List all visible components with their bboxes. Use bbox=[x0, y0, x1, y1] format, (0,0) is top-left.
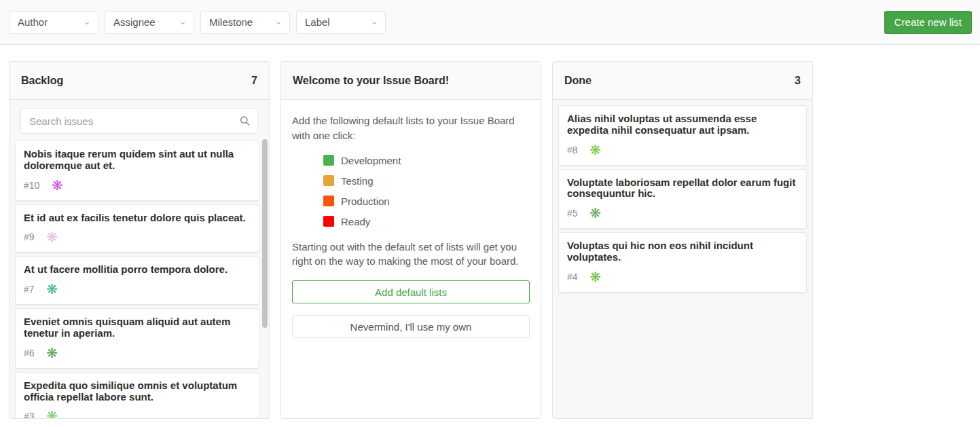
assignee-filter-dropdown[interactable]: Assignee ⌄ bbox=[105, 11, 194, 34]
column-title: Welcome to your Issue Board! bbox=[293, 75, 449, 87]
issue-title: Alias nihil voluptas ut assumenda esse e… bbox=[567, 113, 798, 136]
issue-number: #8 bbox=[567, 145, 578, 155]
label-color-swatch bbox=[323, 175, 334, 186]
welcome-intro-text: Add the following default lists to your … bbox=[292, 113, 530, 143]
label-color-swatch bbox=[323, 155, 334, 166]
default-list-item: Development bbox=[323, 155, 530, 166]
backlog-card-list: Nobis itaque rerum quidem sint aut ut nu… bbox=[10, 135, 269, 418]
issue-title: Voluptate laboriosam repellat dolor earu… bbox=[567, 177, 798, 200]
issue-title: At ut facere mollitia porro tempora dolo… bbox=[24, 264, 251, 276]
chevron-down-icon: ⌄ bbox=[274, 16, 283, 26]
default-list-label: Development bbox=[341, 155, 401, 166]
default-list-label: Production bbox=[341, 196, 390, 207]
welcome-panel-body: Add the following default lists to your … bbox=[281, 100, 541, 349]
issue-meta: #5 ❋ bbox=[567, 206, 798, 221]
assignee-avatar[interactable]: ❋ bbox=[588, 270, 603, 284]
welcome-outro-text: Starting out with the default set of lis… bbox=[292, 240, 530, 270]
chevron-down-icon: ⌄ bbox=[179, 16, 187, 26]
column-title: Done bbox=[564, 75, 592, 87]
issue-card[interactable]: Voluptas qui hic non eos nihil incidunt … bbox=[558, 232, 807, 293]
issue-card[interactable]: Nobis itaque rerum quidem sint aut ut nu… bbox=[15, 141, 259, 201]
search-icon bbox=[240, 116, 250, 126]
issue-number: #10 bbox=[24, 180, 39, 191]
chevron-down-icon: ⌄ bbox=[370, 16, 378, 26]
done-card-list: Alias nihil voluptas ut assumenda esse e… bbox=[553, 100, 812, 418]
filter-bar: Author ⌄ Assignee ⌄ Milestone ⌄ Label ⌄ … bbox=[0, 0, 980, 45]
assignee-avatar[interactable]: ❋ bbox=[50, 178, 65, 193]
author-filter-label: Author bbox=[18, 16, 48, 28]
nevermind-button[interactable]: Nevermind, I'll use my own bbox=[292, 315, 530, 338]
issue-number: #3 bbox=[24, 411, 35, 418]
label-color-swatch bbox=[323, 196, 334, 206]
issue-card[interactable]: Expedita quo similique omnis et voluptat… bbox=[15, 372, 259, 418]
milestone-filter-label: Milestone bbox=[209, 16, 253, 28]
chevron-down-icon: ⌄ bbox=[83, 16, 91, 26]
default-list-label: Testing bbox=[341, 175, 374, 187]
default-list-item: Testing bbox=[323, 175, 530, 187]
issue-title: Eveniet omnis quisquam aliquid aut autem… bbox=[24, 316, 251, 339]
issue-number: #7 bbox=[24, 284, 35, 295]
assignee-avatar[interactable]: ❋ bbox=[588, 143, 603, 157]
issue-count-badge: 3 bbox=[795, 75, 801, 87]
issue-meta: #3 ❋ bbox=[24, 409, 251, 418]
issue-meta: #8 ❋ bbox=[567, 143, 798, 157]
label-filter-label: Label bbox=[305, 16, 330, 28]
done-column-header: Done 3 bbox=[553, 62, 812, 100]
issue-number: #4 bbox=[567, 272, 578, 282]
search-issues-input[interactable] bbox=[20, 108, 258, 134]
label-color-swatch bbox=[323, 216, 334, 227]
author-filter-dropdown[interactable]: Author ⌄ bbox=[9, 11, 98, 34]
issue-meta: #7 ❋ bbox=[24, 282, 251, 297]
board-column-welcome: Welcome to your Issue Board! Add the fol… bbox=[280, 61, 541, 419]
issue-number: #5 bbox=[567, 208, 578, 219]
assignee-avatar[interactable]: ❋ bbox=[45, 282, 60, 297]
issue-number: #6 bbox=[24, 348, 35, 358]
assignee-avatar[interactable]: ❋ bbox=[45, 346, 60, 360]
default-lists: Development Testing Production Ready bbox=[323, 155, 530, 227]
create-new-list-button[interactable]: Create new list bbox=[884, 11, 972, 34]
issue-meta: #10 ❋ bbox=[24, 178, 251, 193]
column-title: Backlog bbox=[21, 75, 63, 87]
default-list-label: Ready bbox=[341, 216, 370, 227]
issue-card[interactable]: Et id aut ex facilis tenetur dolore quis… bbox=[15, 204, 259, 253]
assignee-filter-label: Assignee bbox=[113, 16, 156, 28]
issue-count-badge: 7 bbox=[251, 75, 257, 87]
issue-meta: #9 ❋ bbox=[24, 229, 251, 244]
default-list-item: Ready bbox=[323, 216, 530, 227]
issue-card[interactable]: Voluptate laboriosam repellat dolor earu… bbox=[558, 169, 807, 229]
welcome-column-header: Welcome to your Issue Board! bbox=[281, 62, 541, 100]
milestone-filter-dropdown[interactable]: Milestone ⌄ bbox=[200, 11, 290, 34]
issue-title: Voluptas qui hic non eos nihil incidunt … bbox=[567, 240, 798, 263]
issue-title: Nobis itaque rerum quidem sint aut ut nu… bbox=[24, 149, 251, 172]
backlog-column-header: Backlog 7 bbox=[10, 62, 269, 100]
assignee-avatar[interactable]: ❋ bbox=[45, 409, 60, 418]
issue-meta: #4 ❋ bbox=[567, 270, 798, 284]
scrollbar-thumb[interactable] bbox=[262, 139, 268, 328]
issue-title: Et id aut ex facilis tenetur dolore quis… bbox=[24, 212, 251, 224]
board-column-backlog: Backlog 7 Nobis itaque rerum quidem sint… bbox=[9, 61, 270, 419]
issue-number: #9 bbox=[24, 231, 35, 242]
issue-title: Expedita quo similique omnis et voluptat… bbox=[24, 380, 251, 403]
issue-card[interactable]: At ut facere mollitia porro tempora dolo… bbox=[15, 256, 259, 305]
search-issues-container bbox=[20, 108, 258, 134]
assignee-avatar[interactable]: ❋ bbox=[45, 229, 60, 244]
default-list-item: Production bbox=[323, 196, 530, 207]
add-default-lists-button[interactable]: Add default lists bbox=[292, 280, 530, 303]
issue-meta: #6 ❋ bbox=[24, 346, 251, 360]
issue-board: Backlog 7 Nobis itaque rerum quidem sint… bbox=[0, 45, 980, 419]
label-filter-dropdown[interactable]: Label ⌄ bbox=[296, 11, 386, 34]
assignee-avatar[interactable]: ❋ bbox=[588, 206, 603, 221]
board-column-done: Done 3 Alias nihil voluptas ut assumenda… bbox=[552, 61, 813, 419]
issue-card[interactable]: Eveniet omnis quisquam aliquid aut autem… bbox=[15, 308, 259, 369]
issue-card[interactable]: Alias nihil voluptas ut assumenda esse e… bbox=[558, 105, 807, 166]
